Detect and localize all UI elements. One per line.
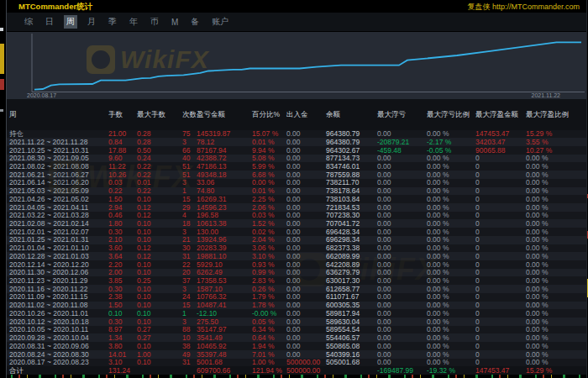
- cell: 500000.00: [286, 367, 325, 375]
- menu-bar: 综日周月季年币M备账户: [7, 13, 586, 32]
- table-body: 持仓21.000.2875145319.8715.07 %0.00964380.…: [7, 130, 586, 375]
- vendor-link[interactable]: 复盘侠 http://MTCommander.com: [467, 2, 580, 13]
- table-row[interactable]: 持仓21.000.2875145319.8715.07 %0.00964380.…: [7, 130, 586, 139]
- table-row[interactable]: 2021.02.01 ~ 2021.02.070.300.103130.000.…: [7, 228, 586, 236]
- table-row[interactable]: 2020.11.02 ~ 2020.11.081.500.101510487.4…: [7, 302, 586, 310]
- menu-tab-1[interactable]: 日: [43, 15, 56, 29]
- table-row[interactable]: 2020.11.30 ~ 2020.12.062.000.10206262.49…: [7, 269, 586, 277]
- column-header-1[interactable]: 手数: [108, 111, 136, 118]
- total-row[interactable]: 合计131.24609700.66121.94 %500000.00-16948…: [7, 366, 586, 375]
- cell: 0.00: [376, 326, 426, 333]
- cell: 0.00: [286, 139, 325, 146]
- cell: 0.24: [136, 155, 181, 162]
- cell: 0.00 %: [426, 171, 475, 179]
- column-header-4[interactable]: 盈亏金额: [196, 111, 251, 118]
- table-row[interactable]: 2020.11.23 ~ 2020.11.293.850.253717358.5…: [7, 276, 586, 285]
- column-header-10[interactable]: 最大浮盈金额: [475, 111, 525, 118]
- column-header-11[interactable]: 最大浮盈比例: [525, 111, 586, 118]
- table-row[interactable]: 2020.10.12 ~ 2020.10.180.300.103275.500.…: [7, 318, 586, 326]
- cell: 0.00 %: [426, 351, 475, 359]
- table-row[interactable]: 2021.01.25 ~ 2021.01.312.100.102113924.9…: [7, 236, 586, 244]
- cell: 47186.13: [196, 163, 251, 171]
- cell: 0.00: [376, 228, 426, 236]
- cell: 0.25: [136, 277, 181, 285]
- cell: 0: [475, 196, 525, 203]
- table-row[interactable]: 2020.11.09 ~ 2020.11.152.380.102410766.3…: [7, 293, 586, 302]
- cell: 0.00: [286, 244, 325, 252]
- table-row[interactable]: 2021.06.14 ~ 2021.06.200.030.01333.060.0…: [7, 179, 586, 187]
- cell: 0.00 %: [426, 155, 475, 162]
- column-header-7[interactable]: 余额: [325, 111, 376, 118]
- column-header-9[interactable]: 最大浮亏比例: [426, 111, 475, 118]
- cell: 15: [181, 302, 196, 309]
- menu-tab-6[interactable]: 币: [148, 15, 161, 29]
- cell: 0: [475, 359, 525, 366]
- cell: 612658.77: [325, 286, 376, 293]
- cell: 10.26: [108, 171, 136, 179]
- table-row[interactable]: 2020.08.31 ~ 2020.09.063.800.103810465.9…: [7, 342, 586, 350]
- column-header-2[interactable]: 最大手数: [136, 111, 181, 118]
- cell: 2020.08.31 ~ 2020.09.06: [7, 343, 108, 350]
- table-row[interactable]: 2020.12.14 ~ 2020.12.202.200.10225929.10…: [7, 260, 586, 269]
- cell: 0.00 %: [426, 326, 475, 333]
- column-header-3[interactable]: 次数: [181, 111, 196, 118]
- cell: 682373.38: [325, 244, 376, 252]
- cell: 20283.39: [196, 244, 251, 252]
- cell: 合计: [7, 367, 108, 375]
- table-row[interactable]: 2021.04.26 ~ 2021.05.021.500.101516269.3…: [7, 195, 586, 203]
- cell: 0.00 %: [525, 277, 586, 285]
- cell: 3.80: [108, 343, 136, 350]
- menu-tab-8[interactable]: 备: [188, 15, 202, 29]
- cell: 1.78 %: [251, 302, 286, 309]
- table-row[interactable]: 2021.01.04 ~ 2021.01.103.600.123020283.3…: [7, 244, 586, 253]
- menu-tab-2[interactable]: 周: [64, 15, 77, 29]
- table-row[interactable]: 2020.09.28 ~ 2020.10.041.340.27103541.49…: [7, 333, 586, 342]
- table-row[interactable]: 2021.08.30 ~ 2021.09.059.600.244042388.7…: [7, 155, 586, 163]
- cell: 2021.01.25 ~ 2021.01.31: [7, 236, 108, 244]
- cell: 0.00: [376, 269, 426, 276]
- table-row[interactable]: 2021.03.22 ~ 2021.03.280.460.124196.580.…: [7, 212, 586, 220]
- cell: 22: [181, 261, 196, 269]
- cell: 2021.02.01 ~ 2021.02.07: [7, 228, 108, 236]
- column-header-5[interactable]: 百分比%: [251, 111, 286, 118]
- cell: 51: [181, 163, 196, 171]
- table-row[interactable]: 2020.08.17 ~ 2020.08.233.100.10315001.68…: [7, 359, 586, 367]
- table-row[interactable]: 2020.10.26 ~ 2020.11.010.100.101-12.10-0…: [7, 309, 586, 318]
- table-row[interactable]: 2020.12.28 ~ 2021.01.033.640.123119881.1…: [7, 252, 586, 260]
- cell: 2021.10.25 ~ 2021.10.31: [7, 147, 108, 155]
- cell: 609700.66: [196, 367, 251, 375]
- column-header-0[interactable]: 周: [7, 111, 108, 118]
- menu-tab-3[interactable]: 月: [85, 15, 98, 29]
- cell: 0.02 %: [251, 228, 286, 236]
- cell: 600305.35: [325, 302, 376, 309]
- cell: 0.00: [376, 220, 426, 228]
- cell: 2.94: [108, 204, 136, 212]
- cell: 0.00: [286, 326, 325, 333]
- cell: 589554.54: [325, 326, 376, 333]
- cell: 0.00: [286, 261, 325, 269]
- table-row[interactable]: 2020.11.16 ~ 2020.11.220.300.1031587.100…: [7, 285, 586, 293]
- column-header-8[interactable]: 最大浮亏: [376, 111, 426, 118]
- table-row[interactable]: 2021.11.22 ~ 2021.11.280.840.28378.120.0…: [7, 138, 586, 146]
- table-row[interactable]: 2021.06.21 ~ 2021.06.2710.260.225149348.…: [7, 171, 586, 179]
- table-row[interactable]: 2021.02.08 ~ 2021.02.141.800.101810613.3…: [7, 219, 586, 228]
- cell: 35147.97: [196, 326, 251, 333]
- cell: 696298.34: [325, 236, 376, 244]
- cell: 34203.47: [475, 139, 525, 146]
- table-row[interactable]: 2021.04.05 ~ 2021.04.112.940.122914596.2…: [7, 203, 586, 212]
- menu-tab-4[interactable]: 季: [106, 15, 119, 29]
- table-row[interactable]: 2021.08.02 ~ 2021.08.0811.220.225147186.…: [7, 162, 586, 171]
- column-header-6[interactable]: 出入金: [286, 111, 325, 118]
- menu-tab-0[interactable]: 综: [22, 15, 35, 29]
- table-row[interactable]: 2020.08.24 ~ 2020.08.3014.011.004935397.…: [7, 350, 586, 359]
- cell: 14.01: [108, 351, 136, 359]
- table-row[interactable]: 2020.10.05 ~ 2020.10.118.970.278835147.9…: [7, 326, 586, 334]
- table-row[interactable]: 2021.05.03 ~ 2021.05.090.220.22174.800.0…: [7, 187, 586, 196]
- menu-tab-9[interactable]: 账户: [209, 15, 231, 29]
- table-row[interactable]: 2021.10.25 ~ 2021.10.3117.880.506687167.…: [7, 146, 586, 155]
- cell: 42388.72: [196, 155, 251, 162]
- menu-tab-7[interactable]: M: [169, 17, 181, 28]
- menu-tab-5[interactable]: 年: [127, 15, 140, 29]
- cell: 3: [181, 286, 196, 293]
- cell: 0.01: [136, 179, 181, 186]
